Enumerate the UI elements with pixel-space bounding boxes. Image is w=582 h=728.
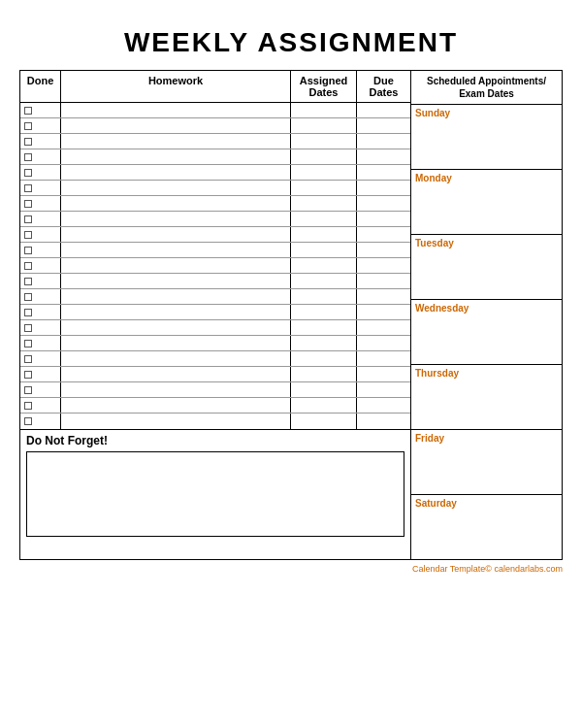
- row-due-cell[interactable]: [357, 103, 410, 117]
- day-space[interactable]: [411, 446, 562, 494]
- row-homework-cell[interactable]: [61, 181, 291, 195]
- checkbox[interactable]: [24, 138, 32, 146]
- row-assigned-cell[interactable]: [291, 227, 357, 242]
- row-due-cell[interactable]: [357, 258, 410, 273]
- checkbox[interactable]: [24, 247, 32, 254]
- row-due-cell[interactable]: [357, 212, 410, 226]
- row-assigned-cell[interactable]: [291, 289, 357, 304]
- row-assigned-cell[interactable]: [291, 367, 357, 381]
- checkbox[interactable]: [24, 200, 32, 208]
- row-done-cell[interactable]: [20, 149, 61, 164]
- row-assigned-cell[interactable]: [291, 134, 357, 149]
- row-due-cell[interactable]: [357, 274, 410, 288]
- checkbox[interactable]: [24, 169, 32, 177]
- row-due-cell[interactable]: [357, 336, 410, 350]
- day-space[interactable]: [411, 511, 562, 559]
- day-space[interactable]: [411, 381, 562, 429]
- checkbox[interactable]: [24, 153, 32, 161]
- checkbox[interactable]: [24, 293, 32, 301]
- row-assigned-cell[interactable]: [291, 258, 357, 273]
- row-assigned-cell[interactable]: [291, 243, 357, 257]
- checkbox[interactable]: [24, 324, 32, 332]
- row-done-cell[interactable]: [20, 289, 61, 304]
- day-space[interactable]: [411, 250, 562, 299]
- row-due-cell[interactable]: [357, 382, 410, 397]
- checkbox[interactable]: [24, 402, 32, 410]
- row-due-cell[interactable]: [357, 165, 410, 180]
- day-space[interactable]: [411, 120, 562, 169]
- row-assigned-cell[interactable]: [291, 398, 357, 413]
- row-due-cell[interactable]: [357, 398, 410, 413]
- dnf-box[interactable]: [26, 451, 404, 537]
- row-homework-cell[interactable]: [61, 165, 291, 180]
- row-homework-cell[interactable]: [61, 351, 291, 366]
- row-assigned-cell[interactable]: [291, 212, 357, 226]
- row-homework-cell[interactable]: [61, 336, 291, 350]
- row-homework-cell[interactable]: [61, 134, 291, 149]
- row-done-cell[interactable]: [20, 414, 61, 429]
- row-done-cell[interactable]: [20, 336, 61, 350]
- row-due-cell[interactable]: [357, 196, 410, 211]
- row-assigned-cell[interactable]: [291, 103, 357, 117]
- row-done-cell[interactable]: [20, 258, 61, 273]
- checkbox[interactable]: [24, 417, 32, 425]
- row-due-cell[interactable]: [357, 351, 410, 366]
- row-done-cell[interactable]: [20, 351, 61, 366]
- checkbox[interactable]: [24, 122, 32, 130]
- row-due-cell[interactable]: [357, 243, 410, 257]
- row-assigned-cell[interactable]: [291, 382, 357, 397]
- row-homework-cell[interactable]: [61, 212, 291, 226]
- row-done-cell[interactable]: [20, 227, 61, 242]
- row-assigned-cell[interactable]: [291, 196, 357, 211]
- row-assigned-cell[interactable]: [291, 274, 357, 288]
- row-homework-cell[interactable]: [61, 320, 291, 335]
- row-assigned-cell[interactable]: [291, 181, 357, 195]
- day-space[interactable]: [411, 185, 562, 234]
- row-done-cell[interactable]: [20, 382, 61, 397]
- row-due-cell[interactable]: [357, 134, 410, 149]
- row-done-cell[interactable]: [20, 274, 61, 288]
- row-done-cell[interactable]: [20, 181, 61, 195]
- row-assigned-cell[interactable]: [291, 149, 357, 164]
- row-due-cell[interactable]: [357, 367, 410, 381]
- row-homework-cell[interactable]: [61, 382, 291, 397]
- row-done-cell[interactable]: [20, 196, 61, 211]
- row-assigned-cell[interactable]: [291, 336, 357, 350]
- row-due-cell[interactable]: [357, 289, 410, 304]
- row-homework-cell[interactable]: [61, 149, 291, 164]
- row-due-cell[interactable]: [357, 118, 410, 133]
- row-done-cell[interactable]: [20, 243, 61, 257]
- checkbox[interactable]: [24, 215, 32, 223]
- row-homework-cell[interactable]: [61, 289, 291, 304]
- checkbox[interactable]: [24, 262, 32, 270]
- row-homework-cell[interactable]: [61, 103, 291, 117]
- row-due-cell[interactable]: [357, 227, 410, 242]
- row-done-cell[interactable]: [20, 103, 61, 117]
- checkbox[interactable]: [24, 184, 32, 192]
- row-homework-cell[interactable]: [61, 258, 291, 273]
- row-due-cell[interactable]: [357, 320, 410, 335]
- row-homework-cell[interactable]: [61, 367, 291, 381]
- checkbox[interactable]: [24, 371, 32, 379]
- row-due-cell[interactable]: [357, 414, 410, 429]
- row-homework-cell[interactable]: [61, 414, 291, 429]
- checkbox[interactable]: [24, 355, 32, 363]
- row-done-cell[interactable]: [20, 118, 61, 133]
- row-done-cell[interactable]: [20, 212, 61, 226]
- row-done-cell[interactable]: [20, 367, 61, 381]
- row-assigned-cell[interactable]: [291, 165, 357, 180]
- row-done-cell[interactable]: [20, 134, 61, 149]
- day-space[interactable]: [411, 315, 562, 364]
- row-assigned-cell[interactable]: [291, 118, 357, 133]
- checkbox[interactable]: [24, 278, 32, 285]
- checkbox[interactable]: [24, 386, 32, 394]
- checkbox[interactable]: [24, 309, 32, 316]
- row-done-cell[interactable]: [20, 165, 61, 180]
- row-homework-cell[interactable]: [61, 196, 291, 211]
- row-assigned-cell[interactable]: [291, 320, 357, 335]
- row-homework-cell[interactable]: [61, 274, 291, 288]
- row-assigned-cell[interactable]: [291, 305, 357, 319]
- row-homework-cell[interactable]: [61, 243, 291, 257]
- row-homework-cell[interactable]: [61, 305, 291, 319]
- row-due-cell[interactable]: [357, 149, 410, 164]
